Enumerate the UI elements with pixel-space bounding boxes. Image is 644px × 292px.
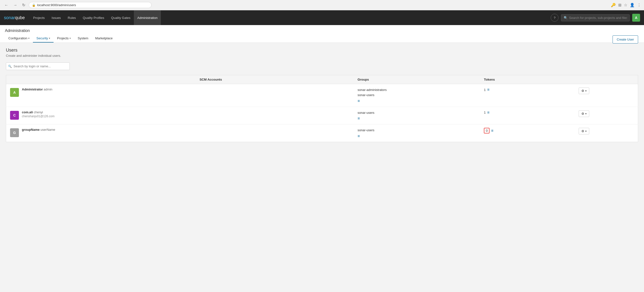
nav-rules[interactable]: Rules [64,10,79,25]
star-icon[interactable]: ☆ [624,3,627,7]
account-icon[interactable]: 👤 [630,3,635,7]
user-login-admin-text: admin [44,88,52,91]
dropdown-arrow-groupname: ▾ [585,130,586,132]
groups-list-icon-admin[interactable]: ≡ [358,99,360,103]
token-info-comali: 1 ≡ [484,110,571,115]
user-avatar[interactable]: A [632,14,640,22]
search-input[interactable] [569,16,627,20]
column-actions [575,75,638,84]
groups-cell-comali: sonar-users ≡ [354,107,480,124]
tokens-cell-admin: 1 ≡ [480,84,575,107]
create-user-button[interactable]: Create User [612,35,638,44]
nav-quality-profiles[interactable]: Quality Profiles [79,10,108,25]
avatar-comali: C [10,111,19,120]
user-details-comali: com.ali chenyi chenshanju01@126.com [22,110,54,118]
subnav-security-label: Security [36,36,48,40]
browser-right-icons: 🔑 ⊞ ☆ 👤 ⋮ [611,3,641,7]
tokens-list-icon-groupname[interactable]: ≡ [491,129,493,133]
table-header-row: SCM Accounts Groups Tokens [6,75,638,84]
dropdown-arrow-comali: ▾ [585,112,586,115]
scm-cell-comali [196,107,354,124]
nav-administration[interactable]: Administration [134,10,161,25]
groups-cell-admin: sonar-administrators sonar-users ≡ [354,84,480,107]
action-cell-comali: ⚙ ▾ [575,107,638,124]
gear-icon-admin: ⚙ [581,89,584,93]
menu-icon[interactable]: ⋮ [637,3,641,7]
sub-header: Administration Configuration ▾ Security … [0,25,644,43]
user-login-comali-text: chenyi [34,110,43,114]
user-name-comali: com.ali [22,110,33,114]
chevron-down-icon: ▾ [49,37,50,40]
user-name-admin: Administrator [22,88,43,91]
groups-cell-groupname: sonar-users ≡ [354,124,480,142]
nav-projects[interactable]: Projects [30,10,48,25]
user-cell-comali: C com.ali chenyi chenshanju01@126.com [6,107,196,124]
gear-button-groupname[interactable]: ⚙ ▾ [579,128,589,134]
refresh-button[interactable]: ↻ [21,2,27,8]
groups-admin: sonar-administrators sonar-users ≡ [358,88,476,103]
user-info-groupname: G groupName userName [10,128,192,137]
token-info-groupname: 0 ≡ [484,128,571,133]
token-info-admin: 1 ≡ [484,88,571,92]
user-email-comali: chenshanju01@126.com [22,115,54,118]
subnav-system-label: System [78,36,88,40]
page-content: Create User Users Create and administer … [0,43,644,147]
nav-quality-gates[interactable]: Quality Gates [108,10,134,25]
tokens-cell-comali: 1 ≡ [480,107,575,124]
action-cell-groupname: ⚙ ▾ [575,124,638,142]
users-table: SCM Accounts Groups Tokens A Administrat… [6,75,638,142]
groups-groupname: sonar-users ≡ [358,128,476,138]
key-icon: 🔑 [611,3,616,7]
scm-cell-admin [196,84,354,107]
sub-nav: Configuration ▾ Security ▾ Projects ▾ Sy… [5,33,639,43]
forward-button[interactable]: → [12,3,19,8]
address-bar[interactable]: 🔒 localhost:9000/admin/users [29,2,152,8]
back-button[interactable]: ← [3,3,10,8]
page-header-area: Create User Users Create and administer … [6,48,638,58]
subnav-configuration[interactable]: Configuration ▾ [5,35,33,43]
action-cell-admin: ⚙ ▾ [575,84,638,107]
subnav-system[interactable]: System [74,35,92,43]
gear-button-comali[interactable]: ⚙ ▾ [579,110,589,117]
subnav-marketplace[interactable]: Marketplace [92,35,116,43]
groups-comali: sonar-users ≡ [358,110,476,121]
user-name-groupname: groupName [22,128,40,132]
global-search[interactable]: 🔍 [561,14,630,21]
sonarqube-logo[interactable]: sonarqube [4,15,25,21]
page-title: Administration [5,25,639,33]
user-info-comali: C com.ali chenyi chenshanju01@126.com [10,110,192,120]
groups-list-icon-comali[interactable]: ≡ [358,116,360,120]
table-row: C com.ali chenyi chenshanju01@126.com so… [6,107,638,124]
dropdown-arrow-admin: ▾ [585,90,586,92]
scm-cell-groupname [196,124,354,142]
subnav-projects-label: Projects [57,36,68,40]
gear-button-admin[interactable]: ⚙ ▾ [579,88,589,94]
user-details-admin: Administrator admin [22,88,52,91]
user-search-input[interactable] [6,63,70,70]
avatar-groupname: G [10,128,19,137]
group-line-1: sonar-administrators [358,88,476,93]
gear-icon-comali: ⚙ [581,112,584,116]
chevron-down-icon: ▾ [70,37,71,40]
users-page-title: Users [6,48,638,53]
chevron-down-icon: ▾ [28,37,30,40]
token-count-comali: 1 [484,111,486,114]
nav-issues[interactable]: Issues [48,10,64,25]
lock-icon: 🔒 [32,4,36,7]
column-tokens: Tokens [480,75,575,84]
tokens-list-icon-admin[interactable]: ≡ [487,88,489,92]
subnav-security[interactable]: Security ▾ [33,35,54,43]
users-page-description: Create and administer individual users. [6,54,638,58]
column-groups: Groups [354,75,480,84]
browser-chrome: ← → ↻ 🔒 localhost:9000/admin/users 🔑 ⊞ ☆… [0,0,644,10]
groups-list-icon-groupname[interactable]: ≡ [358,134,360,138]
user-login-groupname-text: userName [40,128,55,132]
help-button[interactable]: ? [551,14,558,22]
column-user [6,75,196,84]
group-line-groupname-1: sonar-users [358,128,476,133]
avatar-admin: A [10,88,19,97]
subnav-marketplace-label: Marketplace [95,36,113,40]
subnav-projects[interactable]: Projects ▾ [54,35,74,43]
token-count-groupname: 0 [484,128,490,133]
tokens-list-icon-comali[interactable]: ≡ [487,110,489,115]
